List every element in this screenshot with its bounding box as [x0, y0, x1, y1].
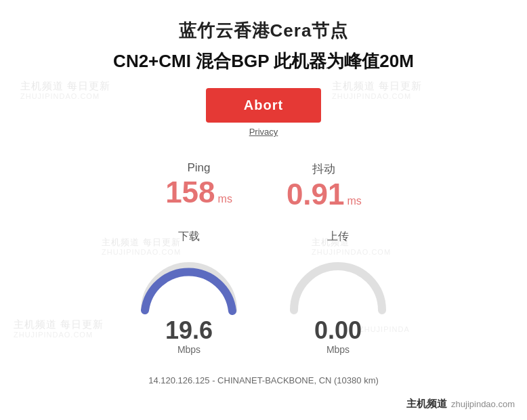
ping-label: Ping — [188, 161, 211, 175]
upload-unit: Mbps — [326, 344, 350, 355]
upload-gauge-block: 上传 0.00 Mbps — [284, 230, 392, 355]
upload-gauge-svg — [284, 249, 392, 317]
metrics-row: Ping 158ms 抖动 0.91ms — [14, 161, 513, 209]
page-title-main: 蓝竹云香港Cera节点 — [179, 19, 349, 43]
jitter-label: 抖动 — [312, 161, 335, 177]
gauges-row: 下载 19.6 Mbps 上传 0.00 Mbps — [14, 230, 513, 355]
upload-label: 上传 — [327, 230, 349, 244]
jitter-block: 抖动 0.91ms — [287, 161, 362, 209]
footer-brand: 主机频道 zhujipindao.com — [406, 398, 515, 411]
server-info: 14.120.126.125 - CHINANET-BACKBONE, CN (… — [148, 375, 379, 385]
download-gauge-block: 下载 19.6 Mbps — [135, 230, 243, 355]
ping-block: Ping 158ms — [165, 161, 232, 209]
abort-button[interactable]: Abort — [206, 88, 321, 123]
download-unit: Mbps — [177, 344, 201, 355]
download-label: 下载 — [178, 230, 200, 244]
privacy-link[interactable]: Privacy — [249, 127, 278, 137]
ping-value: 158ms — [165, 177, 232, 207]
content-area: 蓝竹云香港Cera节点 CN2+CMI 混合BGP 此机器为峰值20M Abor… — [14, 19, 513, 385]
page-title-sub: CN2+CMI 混合BGP 此机器为峰值20M — [113, 49, 414, 73]
upload-value: 0.00 — [314, 318, 362, 343]
abort-area: Abort Privacy — [206, 88, 321, 137]
main-container: 主机频道 每日更新 ZHUJIPINDAO.COM 主机频道 每日更新 ZHUJ… — [0, 0, 527, 420]
download-value: 19.6 — [165, 318, 213, 343]
brand-en: zhujipindao.com — [451, 399, 515, 409]
download-gauge-svg — [135, 249, 243, 317]
brand-cn: 主机频道 — [406, 398, 447, 411]
jitter-value: 0.91ms — [287, 180, 362, 209]
